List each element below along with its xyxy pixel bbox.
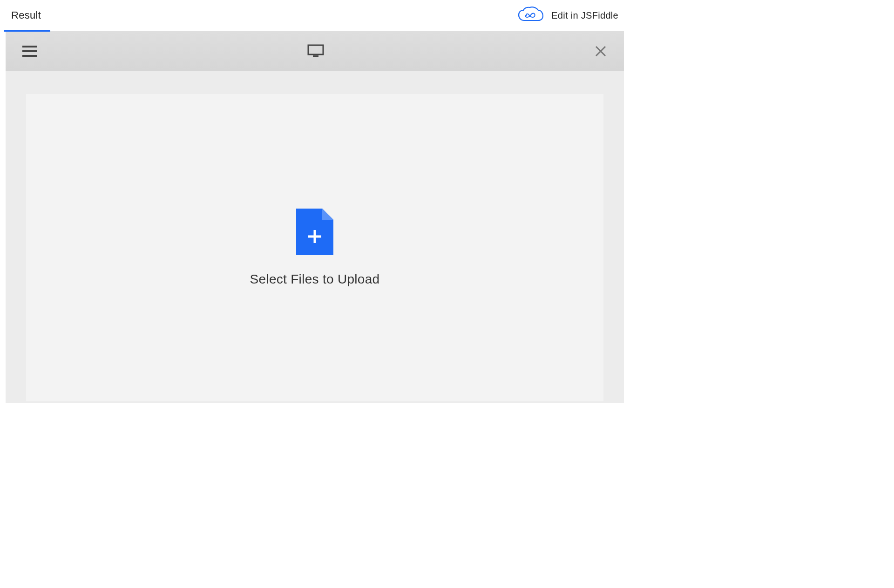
cloud-infinity-icon[interactable]: [518, 7, 544, 24]
upload-prompt-text: Select Files to Upload: [250, 272, 380, 287]
tab-label: Result: [11, 9, 41, 21]
svg-rect-0: [308, 45, 323, 54]
close-icon[interactable]: [594, 45, 607, 58]
edit-in-jsfiddle-link[interactable]: Edit in JSFiddle: [551, 10, 618, 21]
app-wrapper: Result Edit in JSFiddle: [0, 0, 630, 403]
top-right-actions: Edit in JSFiddle: [518, 7, 618, 24]
edit-link-label: Edit in JSFiddle: [551, 10, 618, 20]
file-plus-icon[interactable]: [296, 209, 333, 255]
tab-area: Result: [11, 0, 41, 31]
content-area: Select Files to Upload: [6, 71, 624, 403]
top-bar: Result Edit in JSFiddle: [0, 0, 630, 31]
monitor-icon[interactable]: [307, 44, 324, 58]
upload-dropzone[interactable]: Select Files to Upload: [26, 94, 603, 401]
toolbar: [6, 31, 624, 71]
tab-active-underline: [4, 30, 50, 32]
tab-result[interactable]: Result: [11, 1, 41, 30]
toolbar-center: [37, 44, 594, 58]
svg-rect-1: [313, 55, 318, 57]
hamburger-icon[interactable]: [22, 46, 37, 57]
